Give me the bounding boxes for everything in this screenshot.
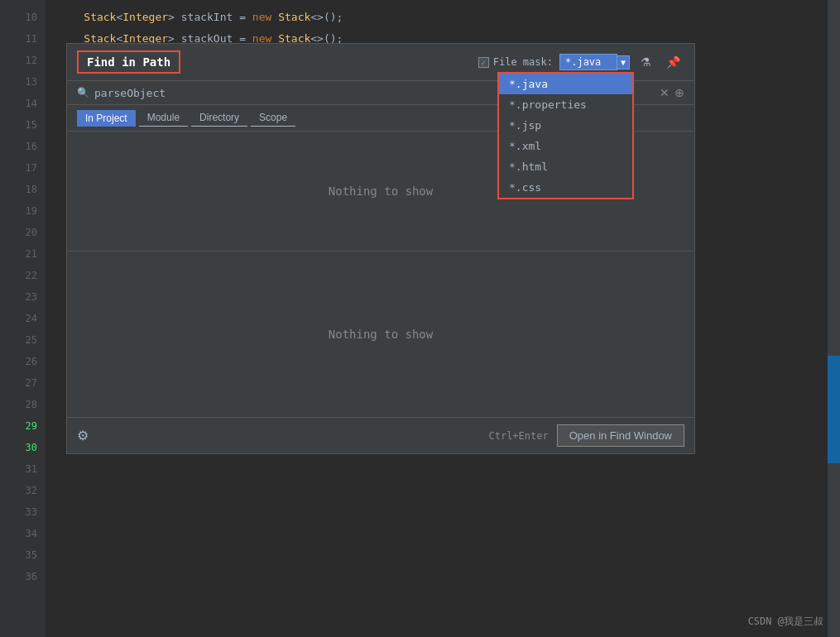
line-number: 13 [0,71,37,93]
shortcut-label: Ctrl+Enter [488,430,548,442]
scroll-indicator [828,356,840,463]
dialog-title: Find in Path [77,50,180,74]
line-numbers: 10 11 12 13 14 15 16 17 18 19 20 21 22 2… [0,0,46,637]
line-number: 18 [0,179,37,200]
line-number: 19 [0,200,37,222]
line-number: 20 [0,222,37,243]
file-mask-input[interactable] [559,54,617,70]
line-number: 22 [0,265,37,286]
line-number: 24 [0,308,37,329]
file-mask-input-wrap: ▼ [559,54,630,70]
file-mask-text: File mask: [493,56,553,68]
code-area: Stack<Integer> stackInt = new Stack<>();… [46,0,840,46]
code-line: Stack<Integer> stackInt = new Stack<>(); [58,7,840,28]
search-options-button[interactable]: ⊕ [674,86,684,99]
line-number: 36 [0,566,37,587]
watermark: CSDN @我是三叔 [748,615,823,629]
file-mask-dropdown-arrow[interactable]: ▼ [617,55,630,69]
line-number: 15 [0,114,37,136]
footer-right: Ctrl+Enter Open in Find Window [488,424,684,447]
dialog-footer: ⚙ Ctrl+Enter Open in Find Window [67,417,694,453]
line-number: 27 [0,372,37,394]
filter-button[interactable]: ⚗ [636,54,655,70]
search-icon: 🔍 [77,87,89,98]
pin-button[interactable]: 📌 [662,54,684,70]
line-number: 14 [0,93,37,114]
tab-in-project[interactable]: In Project [77,110,136,127]
line-number: 34 [0,523,37,544]
tab-scope[interactable]: Scope [251,109,295,127]
line-number: 32 [0,480,37,501]
dropdown-item-css[interactable]: *.css [499,177,632,198]
search-clear-button[interactable]: ✕ [660,86,670,99]
line-number: 21 [0,243,37,265]
file-mask-dropdown-menu: *.java *.properties *.jsp *.xml *.html *… [497,72,634,199]
file-mask-label: File mask: [478,56,553,68]
line-number: 12 [0,50,37,71]
scrollbar[interactable] [828,0,840,637]
dropdown-item-xml[interactable]: *.xml [499,136,632,156]
find-in-path-dialog: Find in Path File mask: ▼ ⚗ 📌 🔍 ✕ ⊕ In P… [66,43,695,454]
line-number: 30 [0,437,37,458]
tab-module[interactable]: Module [139,109,188,127]
dropdown-item-jsp[interactable]: *.jsp [499,115,632,136]
dropdown-item-html[interactable]: *.html [499,156,632,177]
line-number: 16 [0,136,37,157]
line-number: 25 [0,329,37,351]
dropdown-item-properties[interactable]: *.properties [499,94,632,115]
line-number: 28 [0,394,37,415]
line-number: 26 [0,351,37,372]
line-number: 35 [0,544,37,566]
gear-button[interactable]: ⚙ [77,428,89,443]
line-number: 11 [0,28,37,50]
open-in-find-window-button[interactable]: Open in Find Window [557,424,684,447]
line-number: 10 [0,7,37,28]
dropdown-item-java[interactable]: *.java [499,74,632,94]
line-number: 33 [0,501,37,523]
tab-directory[interactable]: Directory [191,109,247,127]
nothing-to-show-1: Nothing to show [329,184,433,198]
line-number: 31 [0,458,37,480]
file-mask-checkbox[interactable] [478,57,489,68]
nothing-to-show-2: Nothing to show [329,328,433,341]
line-number: 23 [0,286,37,308]
line-number: 29 [0,415,37,437]
header-right: File mask: ▼ ⚗ 📌 [478,54,684,70]
results-area-bottom: Nothing to show [67,251,694,417]
line-number: 17 [0,157,37,179]
